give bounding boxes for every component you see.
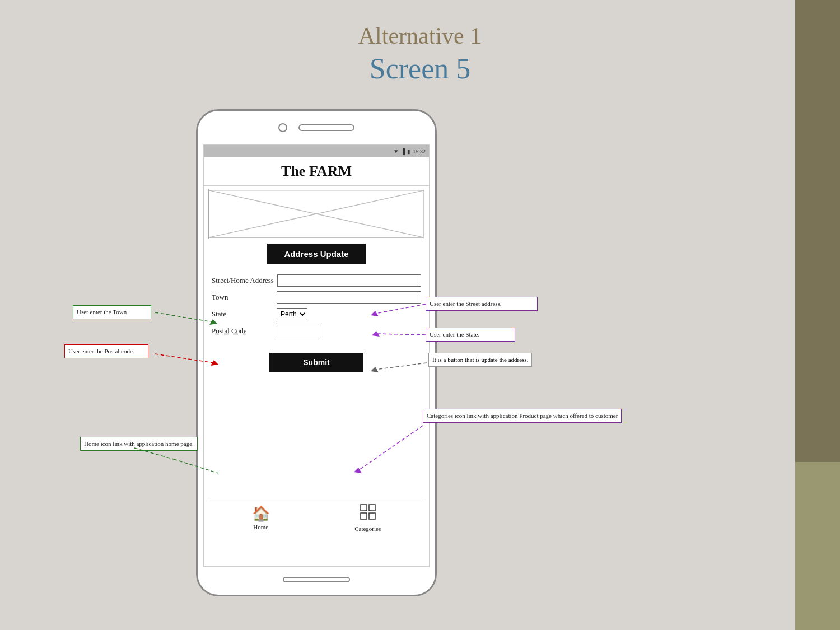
annotation-update-btn: It is a button that is update the addres…	[428, 353, 532, 367]
nav-home[interactable]: 🏠 Home	[252, 505, 270, 530]
right-sidebar-bottom	[795, 462, 840, 630]
form-section: Street/Home Address Town State Perth Pos…	[204, 269, 429, 347]
svg-rect-4	[369, 505, 375, 511]
svg-rect-6	[369, 513, 375, 519]
signal-icon: ▼	[393, 148, 399, 155]
svg-line-2	[209, 190, 424, 237]
nav-categories[interactable]: Categories	[354, 503, 381, 532]
street-row: Street/Home Address	[212, 274, 421, 287]
annotation-street: User enter the Street address.	[426, 297, 538, 311]
page-title: Alternative 1 Screen 5	[0, 0, 840, 85]
alt-title: Alternative 1	[0, 22, 840, 49]
svg-rect-0	[209, 190, 424, 237]
annotation-state: User enter the State.	[426, 328, 515, 342]
phone-screen: ▼ ▐ ▮ 15:32 The FARM Address Update Stre…	[203, 144, 430, 567]
wifi-icon: ▐	[401, 148, 405, 155]
street-label: Street/Home Address	[212, 276, 274, 285]
state-select[interactable]: Perth	[277, 308, 307, 320]
status-time: 15:32	[413, 148, 426, 155]
state-label: State	[212, 310, 273, 319]
annotation-postal: User enter the Postal code.	[64, 344, 148, 358]
town-row: Town	[212, 291, 421, 304]
phone-top-button	[278, 123, 354, 132]
categories-label: Categories	[354, 525, 381, 532]
svg-rect-3	[361, 505, 367, 511]
battery-icon: ▮	[407, 148, 410, 155]
home-icon: 🏠	[252, 505, 270, 522]
town-label: Town	[212, 293, 273, 302]
bottom-nav: 🏠 Home Categories	[209, 500, 423, 535]
phone-bar	[298, 124, 354, 131]
postal-row: Postal Code	[212, 325, 421, 337]
street-input[interactable]	[277, 274, 421, 287]
categories-icon	[360, 503, 376, 524]
annotation-town: User enter the Town	[73, 305, 151, 319]
address-update-button[interactable]: Address Update	[267, 244, 365, 264]
svg-rect-5	[361, 513, 367, 519]
annotation-home: Home icon link with application home pag…	[80, 437, 198, 451]
phone-circle	[278, 123, 287, 132]
phone-outer: ▼ ▐ ▮ 15:32 The FARM Address Update Stre…	[196, 109, 437, 596]
postal-label: Postal Code	[212, 326, 273, 335]
submit-button[interactable]: Submit	[269, 353, 363, 372]
state-row: State Perth	[212, 308, 421, 320]
postal-input[interactable]	[277, 325, 321, 337]
phone-bottom-bar	[283, 577, 350, 582]
status-bar: ▼ ▐ ▮ 15:32	[204, 145, 429, 157]
screen-title: Screen 5	[0, 52, 840, 85]
app-header: The FARM	[204, 157, 429, 186]
town-input[interactable]	[277, 291, 421, 304]
home-label: Home	[253, 524, 268, 530]
app-title: The FARM	[204, 163, 429, 180]
annotation-categories: Categories icon link with application Pr…	[423, 409, 622, 423]
svg-line-1	[209, 190, 424, 237]
img-placeholder	[208, 189, 424, 239]
